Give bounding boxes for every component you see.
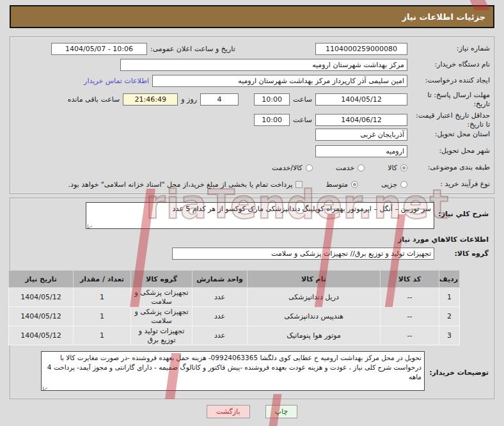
cell-item-group: تجهیزات پزشکی و سلامت	[131, 307, 193, 326]
cell-item-name: هندپیس دندانپزشکی	[248, 307, 381, 326]
col-item-group: گروه کالا	[131, 271, 193, 288]
need-number-field[interactable]: 1104000259000080	[315, 43, 407, 55]
delivery-city-field[interactable]: ارومیه	[315, 145, 407, 157]
row-price-validity: حداقل تاریخ اعتبار قیمت: تا تاریخ: 1404/…	[14, 111, 490, 129]
price-validity-label: حداقل تاریخ اعتبار قیمت: تا تاریخ:	[411, 111, 490, 129]
cell-need-date: 1404/05/12	[9, 288, 74, 307]
reply-deadline-time-field[interactable]: 10:00	[254, 93, 290, 106]
goods-table-header-row: ردیف کد کالا نام کالا واحد شمارش گروه کا…	[9, 271, 460, 288]
cell-unit: عدد	[193, 326, 248, 345]
delivery-province-field[interactable]: آذربایجان غربی	[315, 129, 407, 141]
page-title-bar: جزئیات اطلاعات نیاز	[10, 5, 494, 28]
col-quantity: تعداد / مقدار	[74, 271, 131, 288]
price-validity-date-field[interactable]: 1404/06/12	[315, 114, 407, 126]
cell-need-date: 1404/05/12	[9, 307, 74, 326]
goods-info-panel: شرح کلي نیاز: سر توربین – آنگل – ایرموتو…	[10, 198, 494, 399]
need-desc-label: شرح کلي نیاز:	[438, 210, 489, 218]
radio-minor[interactable]	[400, 181, 407, 188]
treasury-docs-checkbox-label: پرداخت تمام یا بخشی از مبلغ خرید،از محل …	[68, 180, 293, 189]
row-subject-class: طبقه بندی موضوعی: کالا خدمت کالا/خدمت	[14, 161, 490, 174]
col-item-code: کد کالا	[381, 271, 439, 288]
col-need-date: تاریخ نیاز	[9, 271, 74, 288]
buyer-org-label: نام دستگاه خریدار:	[411, 60, 490, 69]
cell-item-code: --	[381, 307, 439, 326]
row-delivery-province: استان محل تحویل: آذربایجان غربی	[14, 128, 490, 141]
buyer-contact-link[interactable]: اطلاعات تماس خریدار	[84, 77, 149, 85]
radio-goods-service-label: کالا/خدمت	[272, 164, 303, 172]
cell-item-group: تجهیزات تولید و توزیع برق	[131, 326, 193, 345]
cell-item-code: --	[381, 288, 439, 307]
col-item-name: نام کالا	[248, 271, 381, 288]
page-title: جزئیات اطلاعات نیاز	[402, 12, 485, 22]
table-row: 1 -- دریل دندانپزشکی عدد تجهیزات پزشکی و…	[9, 288, 460, 307]
cell-quantity: 1	[74, 307, 131, 326]
announce-label: تاریخ و ساعت اعلان عمومی:	[150, 45, 235, 53]
reply-deadline-time-label: ساعت	[293, 95, 312, 104]
row-buyer-org: نام دستگاه خریدار: مرکز بهداشت شهرستان ا…	[14, 58, 490, 71]
buyer-org-field[interactable]: مرکز بهداشت شهرستان ارومیه	[120, 59, 407, 71]
resize-handle-icon[interactable]	[88, 222, 92, 229]
cell-quantity: 1	[74, 326, 131, 345]
days-remaining-label: روز و	[181, 95, 197, 104]
radio-goods[interactable]	[400, 164, 407, 171]
buyer-notes-value: تحویل در محل مرکز بهداشت ارومیه خ عطایی …	[47, 354, 421, 381]
radio-medium-label: متوسط	[326, 180, 348, 189]
price-validity-time-label: ساعت	[293, 116, 312, 124]
radio-goods-service[interactable]	[306, 164, 313, 171]
col-unit: واحد شمارش	[193, 271, 248, 288]
need-info-panel: شماره نیاز: 1104000259000080 تاریخ و ساع…	[10, 36, 494, 194]
goods-table: ردیف کد کالا نام کالا واحد شمارش گروه کا…	[8, 270, 460, 345]
row-delivery-city: شهر محل تحویل: ارومیه	[14, 145, 490, 157]
radio-medium[interactable]	[351, 181, 358, 188]
time-remaining-field: 21:46:49	[123, 93, 178, 106]
cell-item-code: --	[381, 326, 439, 345]
tender-detail-page: { "header": { "title": "جزئیات اطلاعات ن…	[0, 0, 504, 426]
row-request-creator: ایجاد کننده درخواست: امین سلیمی آذر کارپ…	[14, 74, 490, 87]
cell-item-name: موتور هوا پنوماتیک	[248, 326, 381, 345]
purchase-process-label: نوع فرآیند خرید :	[411, 180, 490, 189]
button-row: چاپ بازگشت	[0, 405, 504, 418]
cell-row-index: 1	[439, 288, 460, 307]
cell-need-date: 1404/05/12	[9, 326, 74, 345]
row-need-number: شماره نیاز: 1104000259000080 تاریخ و ساع…	[14, 42, 490, 55]
cell-unit: عدد	[193, 307, 248, 326]
row-purchase-process: نوع فرآیند خرید : جزیی متوسط پرداخت تمام…	[14, 178, 490, 191]
col-row-index: ردیف	[439, 271, 460, 288]
days-remaining-field: 4	[200, 93, 239, 106]
time-remaining-label: ساعت باقی مانده	[68, 95, 120, 104]
buyer-notes-label: توضیحات خریدار:	[429, 368, 489, 377]
cell-unit: عدد	[193, 288, 248, 307]
cell-row-index: 2	[439, 307, 460, 326]
back-button[interactable]: بازگشت	[207, 405, 250, 418]
delivery-city-label: شهر محل تحویل:	[411, 146, 490, 155]
table-row: 2 -- هندپیس دندانپزشکی عدد تجهیزات پزشکی…	[9, 307, 460, 326]
goods-group-field[interactable]: تجهیزات تولید و توزیع برق// تجهیزات پزشک…	[172, 248, 434, 260]
buyer-notes-field[interactable]: تحویل در محل مرکز بهداشت ارومیه خ عطایی …	[41, 351, 425, 391]
subject-class-label: طبقه بندی موضوعی:	[411, 163, 490, 172]
need-desc-value: سر توربین – آنگل – ایرموتور بهمراه کوپلی…	[173, 205, 431, 213]
print-button[interactable]: چاپ	[265, 405, 298, 418]
radio-goods-label: کالا	[388, 164, 397, 172]
goods-group-label: گروه کالا:	[454, 249, 489, 258]
radio-minor-label: جزیی	[381, 180, 397, 189]
treasury-docs-checkbox[interactable]	[295, 181, 303, 188]
radio-service[interactable]	[358, 164, 365, 171]
row-reply-deadline: مهلت ارسال پاسخ: تا تاریخ: 1404/05/12 سا…	[14, 91, 490, 109]
need-number-label: شماره نیاز:	[411, 44, 490, 53]
delivery-province-label: استان محل تحویل:	[411, 130, 490, 139]
announce-field[interactable]: 1404/05/07 - 10:06	[51, 43, 147, 55]
resize-handle-icon[interactable]	[43, 384, 47, 391]
cell-quantity: 1	[74, 288, 131, 307]
cell-item-name: دریل دندانپزشکی	[248, 288, 381, 307]
cell-item-group: تجهیزات پزشکی و سلامت	[131, 288, 193, 307]
table-row: 3 -- موتور هوا پنوماتیک عدد تجهیزات تولی…	[9, 326, 460, 345]
request-creator-field[interactable]: امین سلیمی آذر کارپرداز مرکز بهداشت شهرس…	[152, 75, 407, 87]
reply-deadline-label: مهلت ارسال پاسخ: تا تاریخ:	[411, 91, 490, 109]
reply-deadline-date-field[interactable]: 1404/05/12	[315, 93, 407, 106]
request-creator-label: ایجاد کننده درخواست:	[411, 76, 490, 85]
goods-section-heading: اطلاعات کالاهاي مورد نیاز	[398, 235, 489, 244]
need-desc-field[interactable]: سر توربین – آنگل – ایرموتور بهمراه کوپلی…	[86, 202, 434, 229]
cell-row-index: 3	[439, 326, 460, 345]
radio-service-label: خدمت	[336, 164, 354, 172]
price-validity-time-field[interactable]: 10:00	[254, 114, 290, 126]
